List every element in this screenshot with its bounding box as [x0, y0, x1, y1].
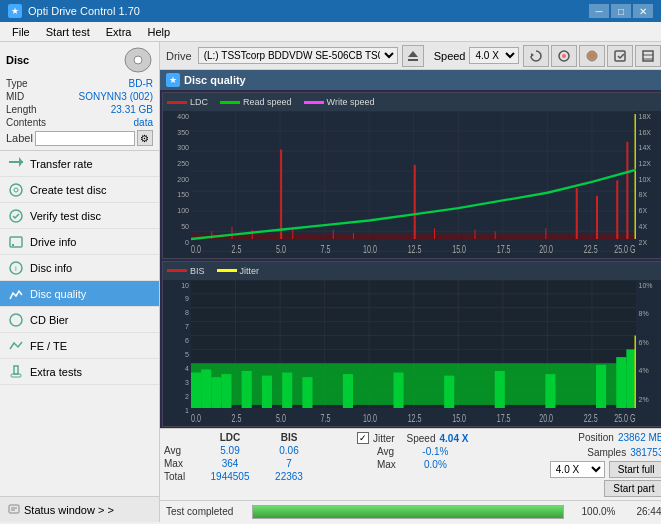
- svg-rect-58: [545, 228, 546, 239]
- disc-label-input[interactable]: [35, 131, 135, 146]
- main-layout: Disc Type BD-R MID SONYNN3 (002) Length …: [0, 42, 661, 522]
- svg-rect-99: [211, 377, 221, 408]
- toolbar-btn-1[interactable]: [523, 45, 549, 67]
- sidebar-item-extra-tests[interactable]: Extra tests: [0, 359, 159, 385]
- svg-text:10.0: 10.0: [363, 243, 377, 255]
- svg-rect-60: [596, 196, 598, 239]
- jitter-checkbox[interactable]: ✓: [357, 432, 369, 444]
- svg-text:15.0: 15.0: [452, 412, 466, 424]
- svg-point-22: [587, 51, 597, 61]
- close-button[interactable]: ✕: [633, 4, 653, 18]
- sidebar-item-verify-test-disc[interactable]: Verify test disc: [0, 203, 159, 229]
- stats-ldc-bis: LDC BIS Avg 5.09 0.06 Max 364 7 Total: [164, 432, 353, 497]
- toolbar-btn-3[interactable]: [579, 45, 605, 67]
- nav-items: Transfer rate Create test disc Verify te…: [0, 151, 159, 496]
- svg-text:7.5: 7.5: [321, 243, 331, 255]
- stats-row: LDC BIS Avg 5.09 0.06 Max 364 7 Total: [160, 428, 661, 500]
- stats-ldc-total: 1944505: [200, 471, 260, 482]
- bis-chart-svg-area: 0.0 2.5 5.0 7.5 10.0 12.5 15.0 17.5 20.0…: [191, 280, 636, 427]
- speed-label-stat: Speed: [407, 433, 436, 444]
- sidebar-item-disc-quality[interactable]: Disc quality: [0, 281, 159, 307]
- disc-length-row: Length 23.31 GB: [6, 104, 153, 115]
- disc-label-browse-button[interactable]: ⚙: [137, 130, 153, 146]
- disc-quality-icon: [8, 286, 24, 302]
- menu-extra[interactable]: Extra: [98, 24, 140, 40]
- svg-rect-111: [616, 357, 626, 408]
- svg-marker-17: [408, 51, 418, 57]
- sidebar-item-transfer-rate[interactable]: Transfer rate: [0, 151, 159, 177]
- svg-point-11: [10, 314, 22, 326]
- start-part-button[interactable]: Start part: [604, 480, 661, 497]
- minimize-button[interactable]: ─: [589, 4, 609, 18]
- jitter-max: 0.0%: [413, 459, 458, 470]
- stats-ldc-max: 364: [200, 458, 260, 469]
- svg-rect-48: [414, 165, 416, 239]
- start-full-button[interactable]: Start full: [609, 461, 661, 478]
- svg-marker-3: [19, 157, 23, 167]
- svg-rect-8: [12, 244, 14, 246]
- test-speed-selector[interactable]: 4.0 X: [550, 461, 605, 478]
- sidebar-item-drive-info[interactable]: Drive info: [0, 229, 159, 255]
- stats-total-row: Total 1944505 22363: [164, 471, 353, 482]
- svg-text:12.5: 12.5: [408, 412, 422, 424]
- svg-rect-62: [626, 142, 628, 239]
- verify-test-disc-icon: [8, 208, 24, 224]
- jitter-header-row: ✓ Jitter Speed 4.04 X: [357, 432, 546, 444]
- svg-rect-100: [221, 374, 231, 408]
- menu-help[interactable]: Help: [139, 24, 178, 40]
- jitter-avg: -0.1%: [413, 446, 458, 457]
- bis-legend-jitter: Jitter: [217, 266, 260, 276]
- svg-point-5: [14, 188, 18, 192]
- eject-button[interactable]: [402, 45, 424, 67]
- svg-point-21: [562, 54, 566, 58]
- svg-text:7.5: 7.5: [321, 412, 331, 424]
- svg-rect-50: [231, 227, 232, 239]
- menu-file[interactable]: File: [4, 24, 38, 40]
- disc-quality-icon-bar: ★: [166, 73, 180, 87]
- sidebar-item-fe-te[interactable]: FE / TE: [0, 333, 159, 359]
- disc-contents-label: Contents: [6, 117, 46, 128]
- toolbar-drive-label: Drive: [166, 50, 192, 62]
- svg-rect-104: [302, 377, 312, 408]
- svg-rect-14: [9, 505, 19, 513]
- bis-legend-bis-dot: [167, 269, 187, 272]
- svg-rect-59: [576, 188, 578, 239]
- sidebar-item-cd-bier[interactable]: CD Bier: [0, 307, 159, 333]
- svg-rect-96: [191, 363, 636, 405]
- title-bar: ★ Opti Drive Control 1.70 ─ □ ✕: [0, 0, 661, 22]
- svg-rect-106: [393, 372, 403, 407]
- extra-tests-icon: [8, 364, 24, 380]
- maximize-button[interactable]: □: [611, 4, 631, 18]
- sidebar-item-fe-te-label: FE / TE: [30, 340, 67, 352]
- toolbar-speed-label: Speed: [434, 50, 466, 62]
- status-window-button[interactable]: Status window > >: [0, 496, 159, 522]
- svg-rect-109: [545, 374, 555, 408]
- sidebar-item-create-test-disc[interactable]: Create test disc: [0, 177, 159, 203]
- jitter-max-row: Max 0.0%: [357, 459, 546, 470]
- svg-rect-56: [474, 230, 475, 239]
- content-area: Drive (L:) TSSTcorp BDDVDW SE-506CB TS02…: [160, 42, 661, 522]
- toolbar-btn-2[interactable]: [551, 45, 577, 67]
- svg-rect-52: [292, 228, 293, 239]
- svg-text:20.0: 20.0: [539, 243, 553, 255]
- svg-text:0.0: 0.0: [191, 243, 201, 255]
- ldc-y-axis-left: 400 350 300 250 200 150 100 50 0: [163, 111, 191, 258]
- samples-label: Samples: [587, 447, 626, 458]
- ldc-legend-write: Write speed: [304, 97, 375, 107]
- svg-text:25.0 GB: 25.0 GB: [614, 243, 636, 255]
- bis-chart-svg: 0.0 2.5 5.0 7.5 10.0 12.5 15.0 17.5 20.0…: [191, 280, 636, 427]
- drive-selector[interactable]: (L:) TSSTcorp BDDVDW SE-506CB TS02: [198, 47, 398, 64]
- sidebar-item-disc-info[interactable]: i Disc info: [0, 255, 159, 281]
- stats-pos-buttons: Position 23862 MB Samples 381753 4.0 X S…: [550, 432, 661, 497]
- speed-selector[interactable]: 4.0 X: [469, 47, 519, 64]
- disc-label-label: Label: [6, 132, 33, 144]
- menu-start-test[interactable]: Start test: [38, 24, 98, 40]
- bis-legend-jitter-dot: [217, 269, 237, 272]
- disc-type-label: Type: [6, 78, 28, 89]
- toolbar-btn-5[interactable]: [635, 45, 661, 67]
- ldc-chart-panel: LDC Read speed Write speed 400: [162, 92, 661, 259]
- bis-chart-body: 10 9 8 7 6 5 4 3 2 1: [163, 280, 661, 427]
- jitter-label: Jitter: [373, 433, 395, 444]
- toolbar-btn-4[interactable]: [607, 45, 633, 67]
- drive-info-icon: [8, 234, 24, 250]
